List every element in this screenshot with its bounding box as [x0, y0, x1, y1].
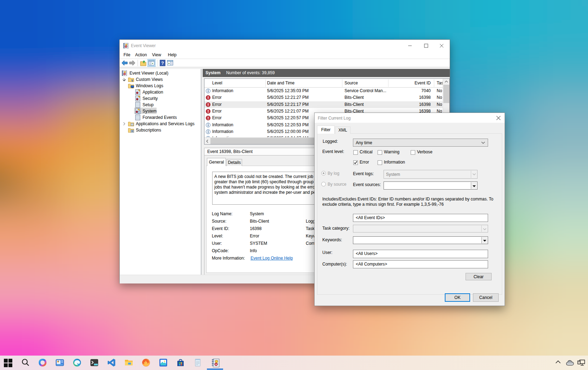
svg-text:?: ? [161, 60, 164, 66]
